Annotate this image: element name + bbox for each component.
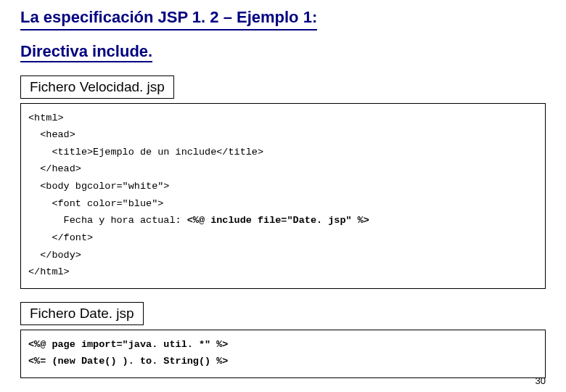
page-number: 30 [536, 375, 546, 386]
code-line: </font> [28, 229, 538, 247]
code-line: </html> [28, 264, 538, 281]
code-line: <%= (new Date() ). to. String() %> [28, 353, 538, 370]
title-line-2: Directiva include. [20, 42, 152, 62]
code-line: <head> [28, 126, 538, 144]
code-line: <%@ page import="java. util. *" %> [28, 336, 538, 354]
code-line: </head> [28, 160, 538, 178]
code-line: <body bgcolor="white"> [28, 178, 538, 195]
code-line: <html> [28, 110, 538, 127]
file2-code-box: <%@ page import="java. util. *" %> <%= (… [20, 330, 546, 378]
code-line: <font color="blue"> [28, 195, 538, 213]
code-line: Fecha y hora actual: <%@ include file="D… [28, 212, 538, 229]
file2-label: Fichero Date. jsp [20, 302, 144, 325]
file1-code-box: <html> <head> <title>Ejemplo de un inclu… [20, 103, 546, 289]
code-line: </body> [28, 247, 538, 264]
file1-label: Fichero Velocidad. jsp [20, 75, 174, 99]
slide-title: La especificación JSP 1. 2 – Ejemplo 1: … [20, 7, 546, 62]
code-bold: <%@ include file="Date. jsp" %> [187, 215, 369, 226]
title-line-1: La especificación JSP 1. 2 – Ejemplo 1: [20, 7, 317, 30]
code-text: Fecha y hora actual: [28, 215, 187, 226]
code-line: <title>Ejemplo de un include</title> [28, 144, 538, 161]
